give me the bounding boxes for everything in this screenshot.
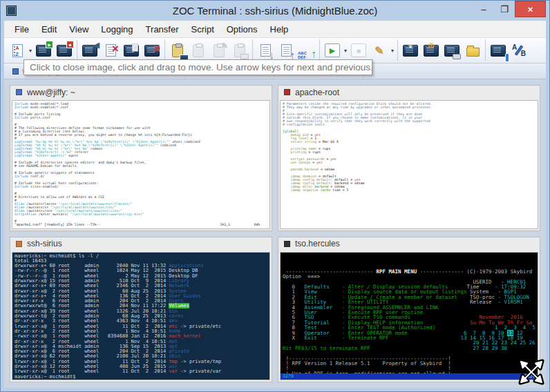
session-list-button[interactable]: AZ [8,40,27,61]
pane-header[interactable]: tso.hercules [278,237,540,251]
terminal-text-segment: # If you are behind a reverse proxy, you… [15,133,192,137]
move-cursor-icon [515,355,548,389]
terminal-text-segment: -------------- (C)-1979-2003 Skybird [417,268,532,275]
session-icon [16,89,22,95]
copy-button[interactable] [189,40,208,61]
terminal-text-segment: passdb backend [291,168,319,171]
terminal-text-segment: mods-enabled/*.conf [28,106,68,109]
terminal-text-segment: "apache2.conf" [readonly] 259 lines --73… [15,223,260,226]
terminal-text-segment: -> private/tmp [178,359,221,364]
terminal-text-segment: common [88,147,102,150]
terminal-text-segment [370,345,473,351]
document-icon [106,44,116,57]
send-file-button[interactable]: ↑ [276,40,296,61]
pane-header[interactable]: www@jiffy: ~ [10,86,272,99]
session-pane-tso-hercules[interactable]: tso.hercules 3279 02/0 -----------------… [278,237,540,383]
pane-header[interactable]: ssh-sirius [10,237,272,251]
clipboard-edit-button[interactable]: ✎ [209,40,229,61]
session-list-dropdown[interactable]: ▾ [28,48,33,54]
clipboard-icon [214,44,225,57]
terminal-text-segment: conf.d/ [28,175,44,178]
toolbar-separator [485,40,486,61]
terminal-text-segment: = odsam [319,168,334,171]
close-button[interactable]: × [515,1,546,17]
terminal-screen[interactable]: Include mods-enabled/*.loadInclude mods-… [12,100,270,229]
pane-title: apache-root [295,88,339,97]
fullscreen-button[interactable]: * [401,40,420,61]
terminal-text-segment: Hit PF03/15 to terminate RPF [283,345,370,351]
connection-profile-button[interactable] [489,40,508,61]
terminal-text-segment: -> private/etc [178,324,221,329]
terminal-text-segment: ports.conf [28,116,50,119]
paste-button[interactable] [168,40,187,61]
session-icon [284,241,290,247]
edit-script-button[interactable]: ✎ [370,40,389,61]
run-script-dropdown[interactable]: ▾ [343,48,348,54]
terminal-icon [491,45,506,57]
clear-screen-button[interactable]: × [101,40,120,61]
terminal-text-segment: yes [316,161,323,164]
send-text-button[interactable]: ABCDEF ↑ [297,40,316,61]
edit-script-dropdown[interactable]: ▾ [390,48,395,54]
clipboard-print-button[interactable] [230,40,249,61]
maximize-button[interactable]: ❐ [494,1,515,17]
minimize-button[interactable]: – [473,1,494,17]
menu-options[interactable]: Options [220,22,264,37]
toolbar-separator [77,40,77,61]
pane-title: tso.hercules [295,239,340,248]
receive-file-button[interactable]: ↓ [256,40,275,61]
menu-bar: File Edit View Logging Transfer Script O… [4,21,546,38]
document-icon [281,44,292,57]
terminal-text-segment: "/usr/local/awstats/wwwroot/cgi-bin/" [70,213,144,216]
scrollback-button[interactable]: ◀ [80,40,99,61]
terminal-line: Hit PF03/15 to terminate RPF 27 28 29 30 [283,346,535,351]
menu-view[interactable]: View [63,22,95,37]
stop-box-icon: ■ [351,43,366,57]
run-script-button[interactable]: ▶ [323,40,342,61]
terminal-text-segment: idmap negative [291,188,321,192]
disconnect-button[interactable]: ■ [55,40,74,61]
session-pane-ssh-sirius[interactable]: ssh-sirius mavericks:~ mschmidt$ ls -l /… [10,237,272,383]
print-screen-button[interactable] [442,40,462,61]
terminal-text-segment: yes [330,157,336,161]
terminal-text-segment: cache [321,188,330,192]
terminal-screen[interactable]: 3279 02/0 ---------------------------- R… [280,252,538,381]
printer-icon [240,54,249,59]
terminal-text-segment: var [169,369,178,374]
connect-button[interactable]: ▶ [34,40,53,61]
menu-edit[interactable]: Edit [35,22,63,37]
menu-script[interactable]: Script [185,22,220,37]
stop-script-button[interactable]: ■ [349,40,368,61]
session-status-icon [12,68,19,75]
menu-help[interactable]: Help [264,22,295,37]
host-settings-button[interactable]: ⊕ [421,40,441,61]
terminal-text-segment: # configuration tools. [283,123,327,126]
font-ab-icon: A B [511,43,527,57]
terminal-text-segment [283,188,291,192]
session-pane-apache-root[interactable]: apache-root # Parameters inside the requ… [278,85,540,231]
green-up-arrow-icon: ↑ [312,48,317,59]
folder-button[interactable] [463,40,482,61]
capture-text-button[interactable] [122,40,141,61]
terminal-screen[interactable]: mavericks:~ mschmidt$ ls -l /total 16453… [12,252,270,381]
terminal-text-segment: sites-enabled/ [28,185,58,188]
terminal-screen[interactable]: # Parameters inside the required configu… [280,100,538,229]
terminal-text-segment: RPF MAIN MENU [376,268,417,275]
session-icon [284,89,290,95]
terminal-text-segment: /antec_awstats/ [37,213,70,216]
clear-buffer-button[interactable]: × [142,40,162,61]
menu-logging[interactable]: Logging [95,22,139,37]
menu-transfer[interactable]: Transfer [140,22,185,37]
pane-header[interactable]: apache-root [278,86,540,99]
charset-button[interactable]: A B [509,40,529,61]
terminal-text-segment: Include [15,175,28,178]
terminal-icon [144,45,160,57]
terminal-text-segment: "%{User-agent}i" [32,154,66,157]
toolbar-separator [164,40,165,61]
pane-title: www@jiffy: ~ [27,88,75,97]
menu-file[interactable]: File [8,22,35,37]
terminal-text-segment: # Directives to allow use of AWStats as … [15,195,104,199]
session-pane-www-jiffy[interactable]: www@jiffy: ~ Include mods-enabled/*.load… [10,85,272,231]
document-icon [260,44,271,57]
title-bar[interactable]: ZOC Terminal : ssh-sirius (MidnightBlue.… [4,1,546,21]
